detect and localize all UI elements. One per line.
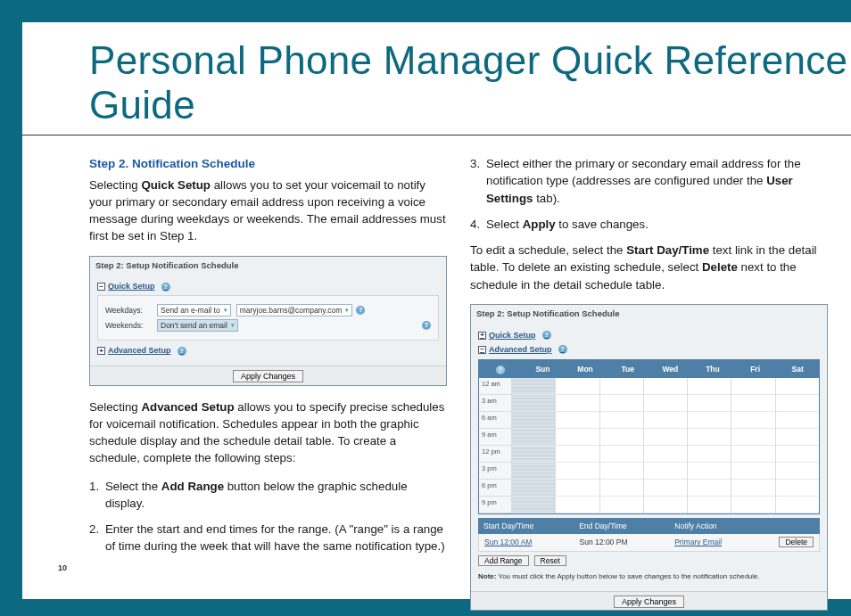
time-label: 9 pm	[479, 497, 511, 513]
chevron-down-icon: ▾	[231, 321, 235, 330]
reset-button[interactable]: Reset	[534, 555, 566, 566]
quick-setup-panel: Step 2: Setup Notification Schedule − Qu…	[89, 256, 447, 386]
time-label: 12 am	[479, 378, 511, 395]
list-item: 4. Select Apply to save changes.	[470, 216, 828, 233]
paragraph: To edit a schedule, select the Start Day…	[470, 242, 828, 293]
day-header: Mon	[564, 360, 607, 378]
detail-table-header: Start Day/Time End Day/Time Notify Actio…	[478, 518, 820, 534]
list-number: 3.	[470, 155, 486, 207]
help-icon[interactable]: ?	[558, 345, 567, 354]
link-text: Quick Setup	[108, 281, 155, 292]
bold-text: Advanced Setup	[141, 400, 234, 414]
delete-button[interactable]: Delete	[779, 537, 814, 547]
text: Select	[486, 218, 523, 231]
schedule-buttons-row: Add Range Reset	[478, 552, 820, 570]
two-column-layout: Step 2. Notification Schedule Selecting …	[22, 136, 851, 616]
apply-changes-button[interactable]: Apply Changes	[233, 370, 303, 382]
minus-icon: −	[97, 283, 105, 291]
col-header	[771, 521, 814, 531]
page-title: Personal Phone Manager Quick Reference G…	[22, 22, 851, 136]
list-number: 1.	[89, 478, 105, 513]
day-header: Tue	[607, 360, 649, 378]
time-label: 6 am	[479, 412, 511, 429]
time-label: 12 pm	[479, 446, 511, 463]
day-header: Wed	[649, 360, 692, 378]
help-icon[interactable]: ?	[422, 321, 431, 330]
panel-footer: Apply Changes	[471, 591, 827, 610]
start-time-link[interactable]: Sun 12:00 AM	[484, 538, 532, 546]
text: Select either the primary or secondary e…	[486, 157, 801, 187]
time-label: 3 pm	[479, 463, 511, 480]
schedule-grid: ? Sun Mon Tue Wed Thu Fri Sat 12 am	[478, 359, 820, 514]
select-value: Don't send an email	[161, 320, 227, 331]
list-item: 3. Select either the primary or secondar…	[470, 155, 828, 207]
weekdays-email-select[interactable]: maryjoe.barns@company.com▾	[236, 304, 353, 316]
day-header: Fri	[734, 360, 777, 378]
bold-text: Start Day/Time	[626, 243, 709, 257]
quick-setup-toggle[interactable]: − Quick Setup ?	[97, 281, 439, 292]
day-header: Thu	[691, 360, 734, 378]
help-icon[interactable]: ?	[178, 347, 186, 356]
day-column-thu[interactable]	[687, 378, 731, 513]
col-header: End Day/Time	[579, 521, 674, 531]
day-column-tue[interactable]	[599, 378, 643, 513]
text: Select the	[105, 480, 161, 493]
bold-text: Quick Setup	[141, 178, 211, 192]
day-column-fri[interactable]	[731, 378, 774, 513]
bold-text: Add Range	[161, 480, 224, 493]
header-help-cell: ?	[479, 360, 522, 378]
weekdays-action-select[interactable]: Send an e-mail to▾	[157, 304, 231, 316]
chevron-down-icon: ▾	[345, 306, 349, 315]
end-time-cell: Sun 12:00 PM	[580, 537, 675, 547]
paragraph: Selecting Quick Setup allows you to set …	[89, 177, 447, 245]
note-text: Note: You must click the Apply button be…	[478, 570, 820, 586]
quick-setup-toggle[interactable]: + Quick Setup ?	[478, 330, 820, 341]
list-number: 4.	[470, 216, 486, 233]
list-text: Enter the start and end times for the ra…	[105, 521, 447, 555]
add-range-button[interactable]: Add Range	[478, 555, 529, 566]
list-text: Select the Add Range button below the gr…	[105, 478, 447, 513]
paragraph: Selecting Advanced Setup allows you to s…	[89, 398, 447, 467]
text: tab).	[533, 192, 559, 205]
weekdays-row: Weekdays: Send an e-mail to▾ maryjoe.bar…	[105, 304, 431, 316]
select-value: Send an e-mail to	[161, 305, 220, 316]
list-text: Select Apply to save changes.	[486, 216, 828, 233]
detail-table-row: Sun 12:00 AM Sun 12:00 PM Primary Email …	[478, 534, 820, 551]
link-text: Advanced Setup	[108, 345, 171, 357]
time-label: 6 pm	[479, 480, 511, 497]
bold-text: Note:	[478, 572, 496, 580]
text: Selecting	[89, 178, 141, 192]
quick-setup-fields: Weekdays: Send an e-mail to▾ maryjoe.bar…	[97, 295, 439, 341]
day-column-sat[interactable]	[775, 378, 819, 513]
bold-text: Apply	[523, 218, 556, 231]
minus-icon: −	[478, 346, 486, 354]
help-icon[interactable]: ?	[496, 365, 505, 374]
chevron-down-icon: ▾	[224, 306, 227, 315]
apply-changes-button[interactable]: Apply Changes	[614, 595, 684, 608]
time-label: 9 am	[479, 429, 511, 446]
text: To edit a schedule, select the	[470, 243, 626, 257]
list-text: Select either the primary or secondary e…	[486, 155, 828, 207]
advanced-setup-toggle[interactable]: + Advanced Setup ?	[97, 345, 439, 357]
help-icon[interactable]: ?	[542, 331, 551, 340]
help-icon[interactable]: ?	[161, 283, 170, 292]
field-label: Weekends:	[105, 320, 157, 331]
panel-body: − Quick Setup ? Weekdays: Send an e-mail…	[90, 274, 446, 365]
help-icon[interactable]: ?	[356, 306, 365, 315]
schedule-body: 12 am 3 am 6 am 9 am 12 pm 3 pm 6 pm 9 p…	[479, 378, 819, 513]
text: Selecting	[89, 400, 141, 414]
day-column-sun[interactable]	[511, 378, 555, 513]
day-column-mon[interactable]	[555, 378, 599, 513]
link-text: Advanced Setup	[489, 344, 552, 356]
panel-body: + Quick Setup ? − Advanced Setup ? ? Sun	[471, 323, 827, 592]
weekends-action-select[interactable]: Don't send an email▾	[157, 319, 238, 332]
column-left: Step 2. Notification Schedule Selecting …	[89, 155, 447, 616]
panel-title: Step 2: Setup Notification Schedule	[90, 257, 446, 275]
day-column-wed[interactable]	[643, 378, 687, 513]
panel-footer: Apply Changes	[90, 365, 446, 384]
text: to save changes.	[556, 218, 649, 231]
advanced-setup-toggle[interactable]: − Advanced Setup ?	[478, 344, 820, 356]
list-item: 2. Enter the start and end times for the…	[89, 521, 447, 555]
day-header: Sun	[522, 360, 565, 378]
notify-action-link[interactable]: Primary Email	[674, 538, 722, 546]
